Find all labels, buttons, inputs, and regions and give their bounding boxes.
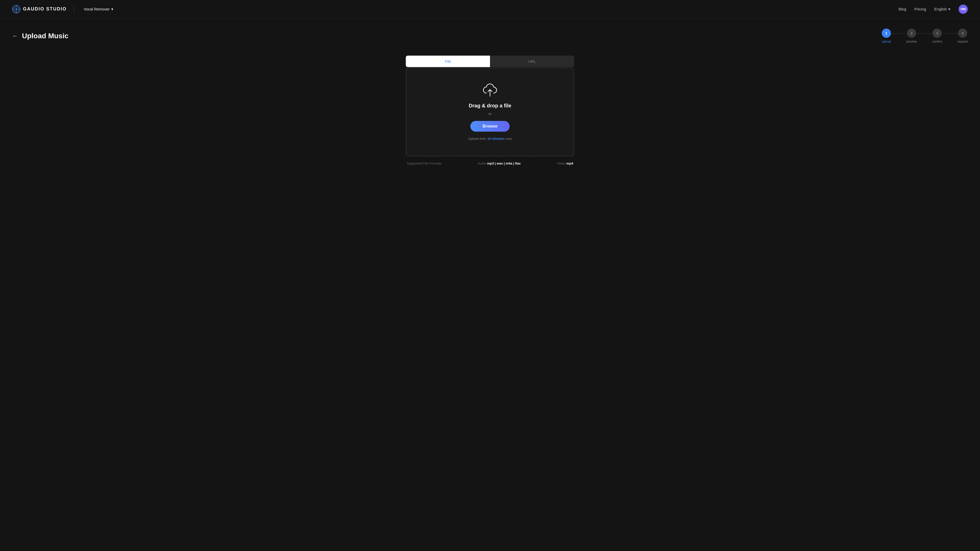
browse-button[interactable]: Browse <box>470 121 510 132</box>
vocal-remover-label: Vocal Remover <box>84 7 110 11</box>
dropzone[interactable]: Drag & drop a file or Browse Upload limi… <box>406 68 574 156</box>
pricing-link[interactable]: Pricing <box>915 7 926 11</box>
page-title: Upload Music <box>22 32 68 40</box>
navbar: GAUDIO STUDIO Vocal Remover ▾ Blog Prici… <box>0 0 980 18</box>
upload-container: File URL Drag & drop a file or Browse Up… <box>406 56 574 165</box>
step-2: 2 preview <box>906 29 917 43</box>
file-formats: Supported File Formats Audio mp3 | wav |… <box>406 162 574 165</box>
step-connector-3-4 <box>942 33 958 34</box>
audio-label: Audio <box>478 162 486 165</box>
svg-point-2 <box>16 8 18 10</box>
stepper: 1 upload 2 preview 3 confirm 4 request <box>882 29 968 43</box>
or-text: or <box>417 112 563 116</box>
step-1: 1 upload <box>882 29 891 43</box>
language-button[interactable]: English ▾ <box>934 7 950 11</box>
step-4-label: request <box>958 40 968 43</box>
tab-url[interactable]: URL <box>490 56 574 67</box>
step-4: 4 request <box>958 29 968 43</box>
step-1-circle: 1 <box>882 29 891 38</box>
avatar[interactable]: HM <box>959 5 968 14</box>
upload-limit-suffix: max <box>504 137 512 141</box>
step-connector-2-3 <box>917 33 932 34</box>
upload-limit-text: Upload limit: 10 minutes max <box>417 137 563 141</box>
video-label: Video <box>557 162 566 165</box>
tab-file[interactable]: File <box>406 56 490 67</box>
step-4-circle: 4 <box>958 29 967 38</box>
logo-area[interactable]: GAUDIO STUDIO <box>12 5 67 13</box>
back-button[interactable]: ← <box>12 33 18 39</box>
language-chevron-icon: ▾ <box>948 7 950 11</box>
language-label: English <box>934 7 947 11</box>
upload-limit-value: 10 minutes <box>487 137 505 141</box>
audio-formats: mp3 | wav | m4a | flac <box>487 162 521 165</box>
navbar-right: Blog Pricing English ▾ HM <box>899 5 968 14</box>
formats-label: Supported File Formats <box>407 162 442 165</box>
nav-divider <box>74 6 74 13</box>
drag-drop-text: Drag & drop a file <box>417 103 563 109</box>
step-2-label: preview <box>906 40 917 43</box>
logo-icon <box>12 5 21 13</box>
logo-text: GAUDIO STUDIO <box>23 6 67 12</box>
vocal-remover-button[interactable]: Vocal Remover ▾ <box>81 5 116 13</box>
step-3: 3 confirm <box>932 29 942 43</box>
navbar-left: GAUDIO STUDIO Vocal Remover ▾ <box>12 5 116 13</box>
main-content: ← Upload Music 1 upload 2 preview 3 conf… <box>0 18 980 176</box>
blog-link[interactable]: Blog <box>899 7 906 11</box>
upload-tabs: File URL <box>406 56 574 67</box>
vocal-remover-chevron-icon: ▾ <box>111 7 113 11</box>
formats-audio: Audio mp3 | wav | m4a | flac <box>478 162 521 165</box>
step-2-circle: 2 <box>907 29 916 38</box>
step-3-circle: 3 <box>932 29 942 38</box>
step-1-label: upload <box>882 40 891 43</box>
page-title-area: ← Upload Music <box>12 32 68 40</box>
formats-video: Video mp4 <box>557 162 573 165</box>
video-formats: mp4 <box>566 162 573 165</box>
upload-limit-prefix: Upload limit: <box>468 137 487 141</box>
step-3-label: confirm <box>932 40 942 43</box>
step-connector-1-2 <box>891 33 906 34</box>
page-header: ← Upload Music 1 upload 2 preview 3 conf… <box>12 29 968 43</box>
upload-icon <box>483 83 497 98</box>
